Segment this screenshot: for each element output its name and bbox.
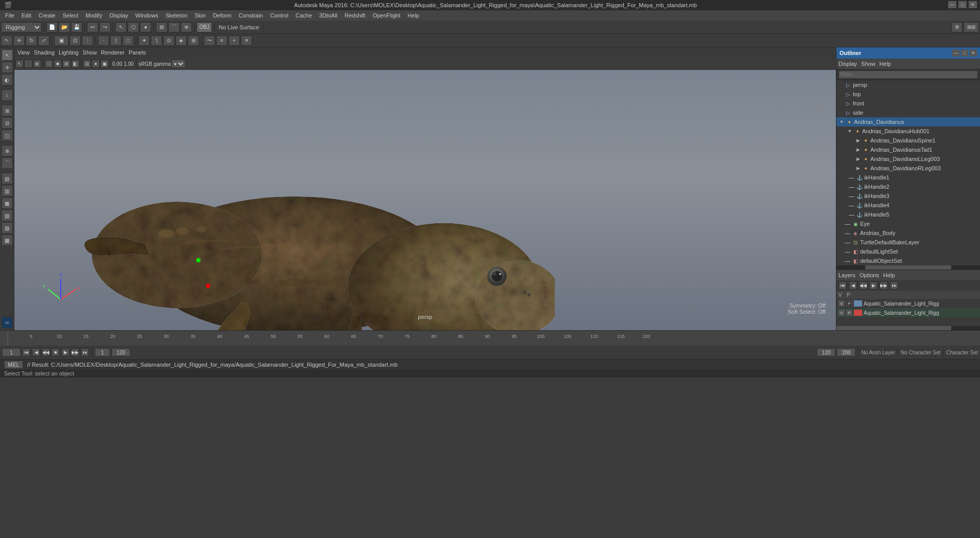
prev-frame-btn[interactable]: ◀ xyxy=(32,348,40,356)
layer2-v-toggle[interactable]: V xyxy=(838,310,845,316)
expand-hub[interactable]: ▼ xyxy=(847,128,853,134)
panel-show[interactable]: Show xyxy=(83,49,97,56)
outliner-close[interactable]: ✕ xyxy=(970,49,977,57)
tree-item-side[interactable]: ▷ side xyxy=(836,108,980,117)
soft-sel-btn[interactable]: ▣ xyxy=(54,35,68,46)
menu-select[interactable]: Select xyxy=(60,12,82,19)
paint-btn[interactable]: ● xyxy=(140,22,151,32)
expand-spine[interactable]: ▶ xyxy=(855,137,861,144)
menu-create[interactable]: Create xyxy=(36,12,59,19)
display-mode2[interactable]: ⊟ xyxy=(2,117,13,129)
tree-item-top[interactable]: ▷ top xyxy=(836,89,980,99)
vp-cam-btn[interactable]: 🎥 xyxy=(24,60,32,68)
outliner-bscroll-thumb[interactable] xyxy=(836,326,951,330)
translate-left[interactable]: ↕ xyxy=(2,89,13,101)
layers-menu-layers[interactable]: Layers xyxy=(838,272,855,278)
menu-skeleton[interactable]: Skeleton xyxy=(162,12,190,19)
panel-shading[interactable]: Shading xyxy=(34,49,55,56)
save-file-btn[interactable]: 💾 xyxy=(71,22,82,32)
menu-deform[interactable]: Deform xyxy=(210,12,235,19)
tree-item-front[interactable]: ▷ front xyxy=(836,99,980,108)
cluster-btn[interactable]: ⊙ xyxy=(163,35,174,46)
minimize-button[interactable]: — xyxy=(948,1,956,8)
menu-skin[interactable]: Skin xyxy=(191,12,208,19)
layer-left5[interactable]: ▨ xyxy=(2,222,13,234)
tree-item-persp[interactable]: ▷ persp xyxy=(836,80,980,89)
play-fwd-btn[interactable]: ▶ xyxy=(61,348,69,356)
menu-edit[interactable]: Edit xyxy=(19,12,34,19)
playback-end-input[interactable] xyxy=(837,348,855,356)
undo-btn[interactable]: ↩ xyxy=(87,22,98,32)
menu-modify[interactable]: Modify xyxy=(82,12,105,19)
tree-item-objectset[interactable]: — ◧ defaultObjectSet xyxy=(836,256,980,265)
tree-item-eye[interactable]: — ◉ Eye xyxy=(836,219,980,228)
layers-toolbar-btn4[interactable]: ▶ xyxy=(869,281,878,290)
menu-cache[interactable]: Cache xyxy=(292,12,315,19)
prev-key-btn[interactable]: ⏮ xyxy=(22,348,30,356)
menu-openflight[interactable]: OpenFlight xyxy=(370,12,404,19)
play-back-btn[interactable]: ◀◀ xyxy=(42,348,50,356)
next-key-btn[interactable]: ⏭ xyxy=(81,348,89,356)
move-tool-left[interactable]: ✛ xyxy=(2,62,13,73)
cross-btn[interactable]: ✕ xyxy=(241,35,252,46)
range-end-input[interactable] xyxy=(817,348,835,356)
layers-toolbar-btn3[interactable]: ◀◀ xyxy=(859,281,867,290)
snap-grid-btn[interactable]: ⊞ xyxy=(156,22,167,32)
tree-item-ik2[interactable]: — ⚓ ikHandle2 xyxy=(836,182,980,191)
panel-lighting[interactable]: Lighting xyxy=(59,49,79,56)
outliner-menu-show[interactable]: Show xyxy=(861,61,876,67)
curve-tool-btn[interactable]: 〜 xyxy=(204,35,215,46)
layer-left6[interactable]: ▩ xyxy=(2,235,13,246)
panel-renderer[interactable]: Renderer xyxy=(101,49,125,56)
tree-item-ik1[interactable]: — ⚓ ikHandle1 xyxy=(836,173,980,182)
panel-view[interactable]: View xyxy=(18,49,30,56)
close-button[interactable]: ✕ xyxy=(969,1,977,8)
align-btn[interactable]: ≡ xyxy=(216,35,227,46)
tree-item-ik4[interactable]: — ⚓ ikHandle4 xyxy=(836,201,980,210)
snap-edge[interactable]: ⌒ xyxy=(2,157,13,169)
rotate-tool-btn[interactable]: ↻ xyxy=(26,35,37,46)
redo-btn[interactable]: ↪ xyxy=(99,22,111,32)
outliner-menu-display[interactable]: Display xyxy=(838,61,857,67)
layers-menu-help[interactable]: Help xyxy=(883,272,895,278)
gamma-dropdown[interactable]: ▾ xyxy=(171,60,185,68)
open-file-btn[interactable]: 📂 xyxy=(59,22,70,32)
tree-item-turtle[interactable]: — ⊡ TurtleDefaultBakeLayer xyxy=(836,238,980,247)
outliner-bottom-scroll[interactable] xyxy=(836,326,980,330)
expand-rleg[interactable]: ▶ xyxy=(855,165,861,171)
paint-sel-left[interactable]: ◐ xyxy=(2,74,13,85)
layer2-p-toggle[interactable]: P xyxy=(846,310,852,316)
vp-select-btn[interactable]: ↖ xyxy=(15,60,24,68)
menu-file[interactable]: File xyxy=(2,12,18,19)
menu-control[interactable]: Control xyxy=(267,12,291,19)
maximize-button[interactable]: □ xyxy=(958,1,967,8)
tree-item-ik3[interactable]: — ⚓ ikHandle3 xyxy=(836,191,980,201)
playhead-input[interactable] xyxy=(112,348,130,356)
vp-display-type2[interactable]: ■ xyxy=(54,60,62,68)
expand-lleg[interactable]: ▶ xyxy=(855,156,861,162)
tree-item-rleg[interactable]: ▶ ✦ Andrias_DavidianoRLeg003 xyxy=(836,164,980,173)
vp-tex-btn[interactable]: ▣ xyxy=(100,60,109,68)
script-mode-label[interactable]: MEL xyxy=(4,361,23,369)
move-tool-btn[interactable]: ✛ xyxy=(13,35,25,46)
outliner-maximize[interactable]: □ xyxy=(961,49,968,57)
menu-redshift[interactable]: Redshift xyxy=(342,12,369,19)
vp-wire-btn[interactable]: ⊟ xyxy=(83,60,91,68)
tree-item-lightset[interactable]: — ◧ defaultLightSet xyxy=(836,247,980,256)
layer-row-2[interactable]: V P Aquatic_Salamander_Light_Rigg xyxy=(836,308,980,317)
viewport-body[interactable]: X Y Z persp Symmetry: Off Soft Select: O… xyxy=(14,70,836,330)
select-btn[interactable]: ↖ xyxy=(115,22,127,32)
tree-item-ik5[interactable]: — ⚓ ikHandle5 xyxy=(836,210,980,219)
tree-item-spine1[interactable]: ▶ ✦ Andrias_DavidianuSpine1 xyxy=(836,136,980,145)
scale-tool-btn[interactable]: ⤢ xyxy=(38,35,49,46)
range-start-input[interactable] xyxy=(95,348,110,356)
menu-3dto[interactable]: 3DtoAll xyxy=(316,12,340,19)
snap-vert[interactable]: ⊕ xyxy=(2,145,13,156)
lattice-btn[interactable]: ⊞ xyxy=(188,35,199,46)
snap-snap-btn[interactable]: ⋮ xyxy=(82,35,93,46)
stop-btn[interactable]: ■ xyxy=(51,348,60,356)
layers-toolbar-btn5[interactable]: ▶▶ xyxy=(880,281,888,290)
tree-item-lleg[interactable]: ▶ ✦ Andrias_DavidianoLLeg003 xyxy=(836,154,980,164)
layer-left2[interactable]: ▥ xyxy=(2,185,13,196)
outliner-hscroll[interactable] xyxy=(836,265,980,270)
